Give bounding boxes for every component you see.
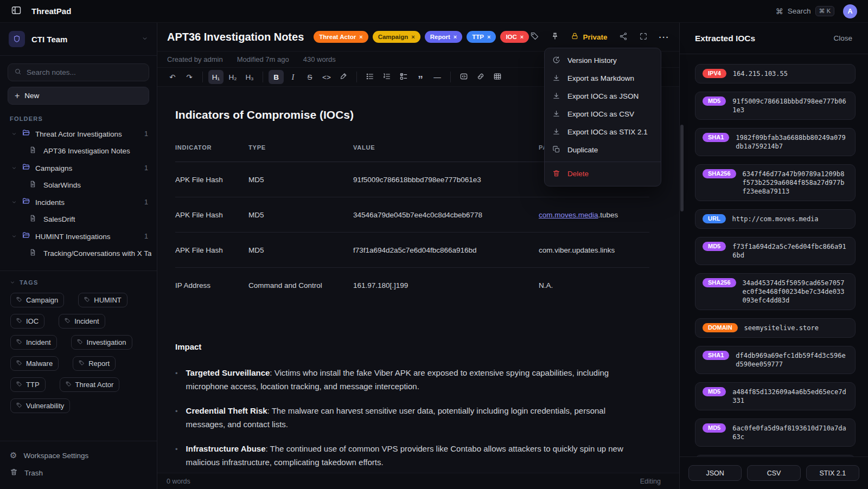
tag-icon — [16, 381, 22, 389]
scrollbar-thumb[interactable] — [680, 125, 684, 211]
workspace-switcher[interactable]: CTI Team — [0, 23, 157, 56]
note-tag-threat-actor[interactable]: Threat Actor× — [314, 31, 368, 43]
strikethrough-button[interactable]: S — [302, 70, 317, 84]
menu-item-export-iocs-stix[interactable]: Export IOCs as STIX 2.1 — [545, 123, 661, 141]
note-tag-ttp[interactable]: TTP× — [467, 31, 496, 43]
remove-tag-icon[interactable]: × — [454, 34, 457, 40]
menu-item-delete[interactable]: Delete — [545, 165, 661, 183]
heading3-button[interactable]: H₃ — [242, 70, 257, 84]
table-row: APK File Hash MD5 34546a79de045b7ee4c0c8… — [175, 197, 649, 233]
sidebar-toggle-button[interactable] — [11, 5, 22, 17]
tag-chip[interactable]: Vulnerability — [10, 398, 70, 413]
gear-icon: ⚙ — [10, 451, 17, 460]
ioc-card[interactable]: SHA2566347f46d77a47b90789a1209b8f573b252… — [695, 164, 856, 201]
ioc-value: 164.215.103.55 — [733, 69, 788, 78]
code-block-button[interactable] — [456, 70, 471, 84]
tag-chip[interactable]: Incident — [10, 335, 57, 350]
tag-chip[interactable]: Campaign — [10, 293, 64, 307]
note-item-salesdrift[interactable]: SalesDrift — [0, 211, 157, 228]
avatar[interactable]: A — [843, 4, 857, 18]
note-tag-report[interactable]: Report× — [425, 31, 463, 43]
add-tag-button[interactable] — [530, 31, 539, 42]
folder-campaigns[interactable]: Campaigns 1 — [0, 159, 157, 177]
new-note-button[interactable]: + New — [8, 87, 149, 105]
tag-chip[interactable]: Report — [73, 356, 116, 371]
note-tag-campaign[interactable]: Campaign× — [373, 31, 420, 43]
export-json-button[interactable]: JSON — [688, 465, 742, 481]
file-icon — [29, 146, 37, 156]
italic-button[interactable]: I — [285, 70, 301, 84]
tag-chip[interactable]: IOC — [10, 314, 44, 329]
menu-item-duplicate[interactable]: Duplicate — [545, 141, 661, 159]
bullet-list-button[interactable] — [362, 70, 378, 84]
fullscreen-button[interactable] — [639, 32, 648, 42]
horizontal-rule-button[interactable]: — — [430, 70, 445, 84]
ioc-card[interactable]: MD5f73f1a694d2a5c7e6d04fbc866a916bd — [695, 237, 856, 265]
redo-button[interactable]: ↷ — [182, 70, 197, 84]
share-button[interactable] — [619, 32, 628, 42]
remove-tag-icon[interactable]: × — [520, 34, 524, 40]
tag-chip[interactable]: HUMINT — [78, 293, 127, 307]
tags-section-toggle[interactable]: TAGS — [0, 278, 157, 293]
trash-button[interactable]: Trash — [10, 464, 147, 481]
pin-button[interactable] — [551, 32, 559, 42]
tag-chip[interactable]: Incident — [59, 314, 105, 329]
ioc-card[interactable]: URLhttp://com.moves.media — [695, 209, 856, 229]
ioc-card[interactable]: MD56ac0fe0fa5d9af8193610d710a7da63c — [695, 419, 856, 447]
folder-incidents[interactable]: Incidents 1 — [0, 194, 157, 211]
ioc-card[interactable]: DOMAINseemysitelive.store — [695, 318, 856, 338]
folder-threat-actor-investigations[interactable]: Threat Actor Investigations 1 — [0, 125, 157, 143]
ioc-card[interactable]: MD591f5009c786618bbbd798ee777b061e3 — [695, 92, 856, 120]
heading2-button[interactable]: H₂ — [225, 70, 240, 84]
more-actions-button[interactable]: ··· — [659, 33, 670, 42]
ioc-card[interactable]: MD5a484f85d132609a4a6b5ed65ece7d331 — [695, 382, 856, 410]
ioc-card[interactable]: SHA1df4db969a69efc1db59f4d3c596ed590ee05… — [695, 346, 856, 374]
ioc-type-badge: SHA1 — [703, 351, 729, 360]
ioc-card[interactable]: IPV4164.215.103.55 — [695, 64, 856, 83]
ioc-type-badge: MD5 — [703, 423, 726, 433]
tag-icon — [66, 381, 72, 389]
ioc-type-badge: URL — [703, 214, 726, 223]
bold-button[interactable]: B — [269, 70, 284, 84]
blockquote-button[interactable]: ” — [413, 70, 428, 84]
folder-humint-investigations[interactable]: HUMINT Investigations 1 — [0, 228, 157, 245]
shield-icon — [9, 31, 25, 47]
visibility-toggle[interactable]: Private — [571, 32, 607, 42]
chevron-down-icon — [11, 197, 17, 207]
ordered-list-button[interactable] — [379, 70, 394, 84]
note-tag-ioc[interactable]: IOC× — [500, 31, 529, 43]
tag-chip[interactable]: Malware — [10, 356, 59, 371]
export-stix-button[interactable]: STIX 2.1 — [806, 465, 859, 481]
link-button[interactable] — [473, 70, 488, 84]
export-csv-button[interactable]: CSV — [747, 465, 800, 481]
note-item-tracking[interactable]: Tracking/Conversations with X Ta — [0, 245, 157, 262]
undo-button[interactable]: ↶ — [165, 70, 180, 84]
table-button[interactable] — [490, 70, 505, 84]
menu-item-export-markdown[interactable]: Export as Markdown — [545, 69, 661, 87]
folder-open-icon — [22, 197, 30, 208]
tags-section-label: TAGS — [20, 279, 39, 286]
remove-tag-icon[interactable]: × — [411, 34, 414, 40]
menu-item-version-history[interactable]: Version History — [545, 52, 661, 69]
close-panel-button[interactable]: Close — [833, 34, 852, 42]
chevron-down-icon — [10, 278, 15, 287]
tag-chip[interactable]: Investigation — [71, 335, 132, 350]
highlight-button[interactable] — [336, 70, 351, 84]
workspace-settings-button[interactable]: ⚙ Workspace Settings — [10, 447, 147, 464]
tag-chip[interactable]: Threat Actor — [60, 377, 120, 392]
remove-tag-icon[interactable]: × — [359, 34, 362, 40]
menu-item-export-iocs-json[interactable]: Export IOCs as JSON — [545, 87, 661, 105]
ioc-card[interactable]: SHA11982f09bfab3a6688bb80249a079db1a7592… — [695, 128, 856, 156]
inline-code-button[interactable]: <> — [319, 70, 334, 84]
note-item-solarwinds[interactable]: SolarWinds — [0, 177, 157, 194]
ioc-card[interactable]: SHA25634ad45374d5f5059cad65e7057ec0f3e46… — [695, 273, 856, 310]
task-list-button[interactable] — [396, 70, 411, 84]
remove-tag-icon[interactable]: × — [487, 34, 490, 40]
heading1-button[interactable]: H₁ — [208, 70, 224, 84]
menu-item-export-iocs-csv[interactable]: Export IOCs as CSV — [545, 105, 661, 123]
global-search-button[interactable]: ⌘ Search ⌘ K — [776, 6, 834, 16]
note-item-apt36[interactable]: APT36 Investigation Notes — [0, 143, 157, 159]
search-input[interactable] — [27, 68, 143, 76]
tag-chip[interactable]: TTP — [10, 377, 46, 392]
package-link[interactable]: com.moves.media — [539, 211, 598, 219]
